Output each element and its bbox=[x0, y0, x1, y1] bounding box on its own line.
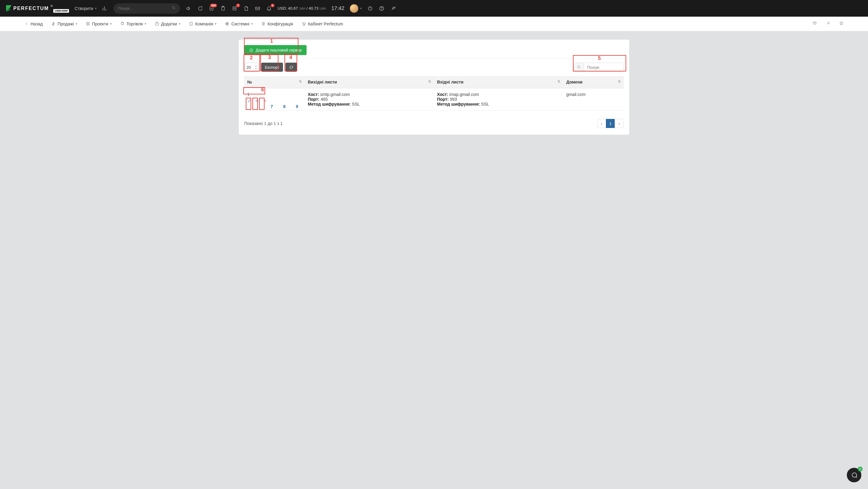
svg-line-1 bbox=[174, 8, 175, 9]
main-panel: Додати поштовий сервер 1 20 ▴▾ 2 Експорт… bbox=[239, 40, 629, 135]
currency-display: USD: 40.67 UAH / 40.73 UAH bbox=[278, 6, 326, 10]
mail-icon[interactable] bbox=[254, 5, 260, 11]
svg-rect-13 bbox=[155, 23, 158, 25]
todo-icon[interactable]: 300 bbox=[209, 5, 215, 11]
avatar-chevron-icon[interactable]: ▾ bbox=[360, 7, 362, 10]
file-icon[interactable] bbox=[243, 5, 249, 11]
wrench-icon[interactable] bbox=[390, 5, 396, 11]
nav-config[interactable]: Конфігурація bbox=[261, 22, 293, 26]
bell-icon[interactable]: 4 bbox=[266, 5, 272, 11]
annotation-7: 7 bbox=[271, 104, 273, 109]
svg-point-24 bbox=[303, 25, 304, 26]
svg-rect-14 bbox=[190, 22, 192, 25]
subnav: Назад Продажі▾ Проекти▾ Торгівля▾ Додатк… bbox=[0, 17, 868, 31]
row-domain: gmail.com bbox=[566, 92, 586, 97]
svg-point-25 bbox=[305, 25, 305, 26]
global-search-input[interactable] bbox=[118, 6, 172, 10]
todo-badge: 300 bbox=[210, 4, 217, 7]
clock: 17:42 bbox=[332, 5, 344, 11]
back-link[interactable]: Назад bbox=[24, 22, 43, 26]
nav-company[interactable]: Компанія▾ bbox=[189, 22, 216, 26]
showing-info: Показано 1 до 1 з 1 bbox=[244, 121, 283, 126]
pager-next[interactable]: › bbox=[615, 119, 624, 128]
chat-icon[interactable] bbox=[197, 5, 203, 11]
bell-badge: 4 bbox=[271, 4, 275, 7]
help-icon[interactable] bbox=[379, 5, 385, 11]
svg-point-23 bbox=[262, 25, 263, 25]
logo-text: PERFECTUM bbox=[13, 6, 49, 11]
nav-cabinet[interactable]: Кабінет Perfectum bbox=[302, 22, 343, 26]
logo-subtitle: CRM+ERP bbox=[53, 9, 69, 13]
pager: ‹ 1 › bbox=[597, 119, 624, 128]
fire-icon[interactable] bbox=[826, 21, 831, 27]
annotation-2: 2 bbox=[250, 55, 253, 61]
annotation-5: 5 bbox=[598, 56, 601, 61]
notes-icon[interactable]: 7 bbox=[231, 5, 238, 11]
search-icon bbox=[172, 6, 176, 11]
svg-point-21 bbox=[262, 22, 263, 23]
topbar: PERFECTUM ® CRM+ERP Створити ▾ 300 7 4 bbox=[0, 0, 868, 17]
annotation-1: 1 bbox=[270, 38, 273, 44]
svg-point-22 bbox=[264, 23, 265, 24]
col-domains[interactable]: Домени⇅ bbox=[563, 76, 624, 88]
annotation-6: 6 bbox=[261, 87, 264, 93]
svg-point-0 bbox=[172, 6, 174, 8]
table-footer: Показано 1 до 1 з 1 ‹ 1 › bbox=[239, 115, 629, 135]
nav-addons[interactable]: Додатки▾ bbox=[155, 22, 180, 26]
create-menu[interactable]: Створити ▾ bbox=[74, 6, 96, 11]
col-outgoing[interactable]: Вихідні листи⇅ bbox=[305, 76, 434, 88]
annotation-3: 3 bbox=[268, 55, 271, 60]
export-button[interactable]: Експорт 3 bbox=[261, 63, 283, 72]
sound-icon[interactable] bbox=[186, 5, 192, 11]
global-search[interactable] bbox=[114, 3, 180, 13]
notes-badge: 7 bbox=[236, 4, 240, 7]
table-row: 1 6 bbox=[244, 88, 624, 111]
table-search[interactable]: 5 bbox=[574, 63, 624, 72]
nav-trade[interactable]: Торгівля▾ bbox=[120, 22, 146, 26]
logo-registered: ® bbox=[51, 4, 53, 7]
nav-system[interactable]: Системні▾ bbox=[225, 22, 252, 26]
svg-point-12 bbox=[381, 9, 382, 10]
pager-prev[interactable]: ‹ bbox=[597, 119, 606, 128]
col-incoming[interactable]: Вхідні листи⇅ bbox=[434, 76, 563, 88]
add-mail-server-button[interactable]: Додати поштовий сервер 1 bbox=[244, 45, 307, 55]
logo-mark-icon bbox=[6, 5, 11, 12]
nav-sales[interactable]: Продажі▾ bbox=[51, 22, 77, 26]
nav-projects[interactable]: Проекти▾ bbox=[86, 22, 112, 26]
create-label: Створити bbox=[74, 6, 93, 11]
annotation-4: 4 bbox=[289, 55, 292, 60]
back-label: Назад bbox=[31, 22, 43, 26]
col-number[interactable]: №⇅ bbox=[244, 76, 305, 88]
stats-icon[interactable] bbox=[102, 5, 108, 11]
chevron-down-icon: ▾ bbox=[95, 7, 97, 10]
table-toolbar: 20 ▴▾ 2 Експорт 3 4 5 bbox=[239, 58, 629, 76]
svg-rect-8 bbox=[255, 7, 260, 10]
refresh-button[interactable]: 4 bbox=[285, 63, 297, 72]
layers-icon[interactable] bbox=[812, 21, 817, 27]
avatar[interactable] bbox=[350, 4, 358, 13]
logo[interactable]: PERFECTUM ® CRM+ERP bbox=[6, 5, 69, 12]
clipboard-icon[interactable] bbox=[220, 5, 226, 11]
annotation-8: 8 bbox=[283, 104, 286, 109]
annotation-9: 9 bbox=[296, 104, 299, 109]
page-size-select[interactable]: 20 ▴▾ 2 bbox=[244, 63, 259, 72]
power-icon[interactable] bbox=[367, 5, 373, 11]
star-icon[interactable] bbox=[839, 21, 844, 27]
pager-page-1[interactable]: 1 bbox=[606, 119, 615, 128]
mail-servers-table: №⇅ Вихідні листи⇅ Вхідні листи⇅ Домени⇅ bbox=[244, 76, 624, 111]
svg-rect-5 bbox=[233, 7, 236, 10]
